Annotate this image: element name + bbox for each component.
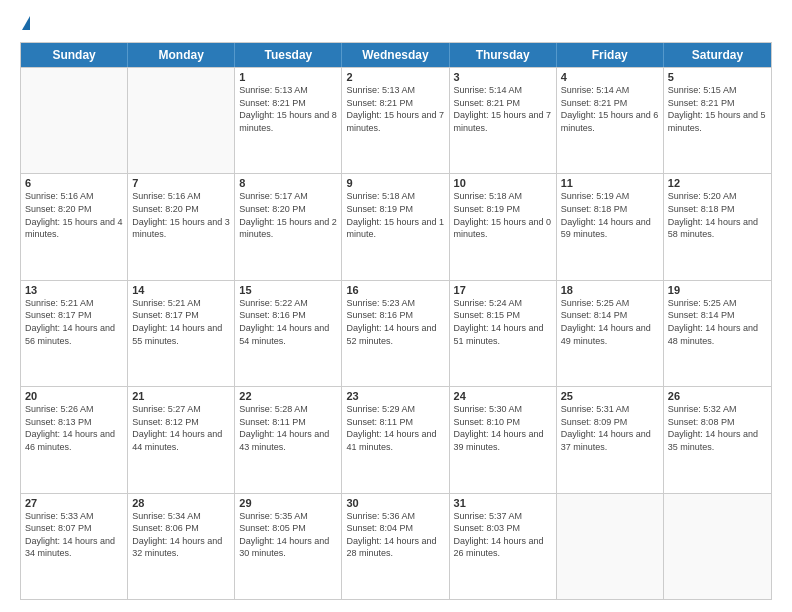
calendar-cell: 27Sunrise: 5:33 AMSunset: 8:07 PMDayligh… [21, 494, 128, 599]
weekday-header: Friday [557, 43, 664, 67]
day-number: 15 [239, 284, 337, 296]
calendar-cell: 14Sunrise: 5:21 AMSunset: 8:17 PMDayligh… [128, 281, 235, 386]
calendar-cell: 17Sunrise: 5:24 AMSunset: 8:15 PMDayligh… [450, 281, 557, 386]
calendar-cell: 6Sunrise: 5:16 AMSunset: 8:20 PMDaylight… [21, 174, 128, 279]
day-number: 7 [132, 177, 230, 189]
day-info: Sunrise: 5:25 AMSunset: 8:14 PMDaylight:… [561, 297, 659, 347]
calendar-cell: 15Sunrise: 5:22 AMSunset: 8:16 PMDayligh… [235, 281, 342, 386]
day-number: 27 [25, 497, 123, 509]
day-info: Sunrise: 5:25 AMSunset: 8:14 PMDaylight:… [668, 297, 767, 347]
calendar-body: 1Sunrise: 5:13 AMSunset: 8:21 PMDaylight… [21, 67, 771, 599]
page: SundayMondayTuesdayWednesdayThursdayFrid… [0, 0, 792, 612]
calendar-cell: 2Sunrise: 5:13 AMSunset: 8:21 PMDaylight… [342, 68, 449, 173]
day-info: Sunrise: 5:24 AMSunset: 8:15 PMDaylight:… [454, 297, 552, 347]
calendar-cell: 20Sunrise: 5:26 AMSunset: 8:13 PMDayligh… [21, 387, 128, 492]
calendar-cell: 7Sunrise: 5:16 AMSunset: 8:20 PMDaylight… [128, 174, 235, 279]
calendar-cell: 28Sunrise: 5:34 AMSunset: 8:06 PMDayligh… [128, 494, 235, 599]
day-number: 6 [25, 177, 123, 189]
day-info: Sunrise: 5:18 AMSunset: 8:19 PMDaylight:… [454, 190, 552, 240]
day-number: 2 [346, 71, 444, 83]
day-info: Sunrise: 5:18 AMSunset: 8:19 PMDaylight:… [346, 190, 444, 240]
day-info: Sunrise: 5:31 AMSunset: 8:09 PMDaylight:… [561, 403, 659, 453]
calendar-cell: 1Sunrise: 5:13 AMSunset: 8:21 PMDaylight… [235, 68, 342, 173]
weekday-header: Sunday [21, 43, 128, 67]
day-info: Sunrise: 5:36 AMSunset: 8:04 PMDaylight:… [346, 510, 444, 560]
calendar-cell: 19Sunrise: 5:25 AMSunset: 8:14 PMDayligh… [664, 281, 771, 386]
calendar-cell: 26Sunrise: 5:32 AMSunset: 8:08 PMDayligh… [664, 387, 771, 492]
weekday-header: Saturday [664, 43, 771, 67]
day-number: 1 [239, 71, 337, 83]
day-number: 16 [346, 284, 444, 296]
day-info: Sunrise: 5:28 AMSunset: 8:11 PMDaylight:… [239, 403, 337, 453]
calendar-cell: 5Sunrise: 5:15 AMSunset: 8:21 PMDaylight… [664, 68, 771, 173]
day-info: Sunrise: 5:21 AMSunset: 8:17 PMDaylight:… [25, 297, 123, 347]
day-info: Sunrise: 5:13 AMSunset: 8:21 PMDaylight:… [346, 84, 444, 134]
day-number: 19 [668, 284, 767, 296]
day-number: 31 [454, 497, 552, 509]
calendar-cell: 25Sunrise: 5:31 AMSunset: 8:09 PMDayligh… [557, 387, 664, 492]
day-number: 20 [25, 390, 123, 402]
calendar-cell: 31Sunrise: 5:37 AMSunset: 8:03 PMDayligh… [450, 494, 557, 599]
day-number: 13 [25, 284, 123, 296]
weekday-header: Thursday [450, 43, 557, 67]
calendar-cell: 3Sunrise: 5:14 AMSunset: 8:21 PMDaylight… [450, 68, 557, 173]
calendar-cell: 16Sunrise: 5:23 AMSunset: 8:16 PMDayligh… [342, 281, 449, 386]
calendar-cell: 9Sunrise: 5:18 AMSunset: 8:19 PMDaylight… [342, 174, 449, 279]
day-info: Sunrise: 5:16 AMSunset: 8:20 PMDaylight:… [132, 190, 230, 240]
day-info: Sunrise: 5:34 AMSunset: 8:06 PMDaylight:… [132, 510, 230, 560]
day-number: 28 [132, 497, 230, 509]
day-number: 22 [239, 390, 337, 402]
day-info: Sunrise: 5:26 AMSunset: 8:13 PMDaylight:… [25, 403, 123, 453]
day-info: Sunrise: 5:35 AMSunset: 8:05 PMDaylight:… [239, 510, 337, 560]
calendar-week: 1Sunrise: 5:13 AMSunset: 8:21 PMDaylight… [21, 67, 771, 173]
day-number: 12 [668, 177, 767, 189]
day-number: 17 [454, 284, 552, 296]
day-info: Sunrise: 5:16 AMSunset: 8:20 PMDaylight:… [25, 190, 123, 240]
calendar-cell [21, 68, 128, 173]
calendar-cell [557, 494, 664, 599]
calendar-cell: 10Sunrise: 5:18 AMSunset: 8:19 PMDayligh… [450, 174, 557, 279]
day-number: 25 [561, 390, 659, 402]
day-info: Sunrise: 5:23 AMSunset: 8:16 PMDaylight:… [346, 297, 444, 347]
day-info: Sunrise: 5:29 AMSunset: 8:11 PMDaylight:… [346, 403, 444, 453]
calendar-cell: 18Sunrise: 5:25 AMSunset: 8:14 PMDayligh… [557, 281, 664, 386]
day-info: Sunrise: 5:15 AMSunset: 8:21 PMDaylight:… [668, 84, 767, 134]
header [20, 16, 772, 32]
day-number: 5 [668, 71, 767, 83]
day-number: 26 [668, 390, 767, 402]
day-number: 11 [561, 177, 659, 189]
calendar-cell: 24Sunrise: 5:30 AMSunset: 8:10 PMDayligh… [450, 387, 557, 492]
day-info: Sunrise: 5:13 AMSunset: 8:21 PMDaylight:… [239, 84, 337, 134]
day-number: 9 [346, 177, 444, 189]
calendar-cell: 29Sunrise: 5:35 AMSunset: 8:05 PMDayligh… [235, 494, 342, 599]
day-number: 3 [454, 71, 552, 83]
day-number: 8 [239, 177, 337, 189]
calendar-cell: 12Sunrise: 5:20 AMSunset: 8:18 PMDayligh… [664, 174, 771, 279]
calendar-cell: 30Sunrise: 5:36 AMSunset: 8:04 PMDayligh… [342, 494, 449, 599]
day-info: Sunrise: 5:33 AMSunset: 8:07 PMDaylight:… [25, 510, 123, 560]
day-info: Sunrise: 5:22 AMSunset: 8:16 PMDaylight:… [239, 297, 337, 347]
calendar-cell: 11Sunrise: 5:19 AMSunset: 8:18 PMDayligh… [557, 174, 664, 279]
calendar: SundayMondayTuesdayWednesdayThursdayFrid… [20, 42, 772, 600]
day-number: 23 [346, 390, 444, 402]
day-info: Sunrise: 5:30 AMSunset: 8:10 PMDaylight:… [454, 403, 552, 453]
day-number: 30 [346, 497, 444, 509]
calendar-week: 20Sunrise: 5:26 AMSunset: 8:13 PMDayligh… [21, 386, 771, 492]
day-info: Sunrise: 5:17 AMSunset: 8:20 PMDaylight:… [239, 190, 337, 240]
day-number: 18 [561, 284, 659, 296]
day-info: Sunrise: 5:14 AMSunset: 8:21 PMDaylight:… [561, 84, 659, 134]
calendar-week: 13Sunrise: 5:21 AMSunset: 8:17 PMDayligh… [21, 280, 771, 386]
day-info: Sunrise: 5:32 AMSunset: 8:08 PMDaylight:… [668, 403, 767, 453]
calendar-cell: 4Sunrise: 5:14 AMSunset: 8:21 PMDaylight… [557, 68, 664, 173]
calendar-cell [128, 68, 235, 173]
day-info: Sunrise: 5:20 AMSunset: 8:18 PMDaylight:… [668, 190, 767, 240]
weekday-header: Monday [128, 43, 235, 67]
calendar-cell: 21Sunrise: 5:27 AMSunset: 8:12 PMDayligh… [128, 387, 235, 492]
weekday-header: Wednesday [342, 43, 449, 67]
calendar-cell: 22Sunrise: 5:28 AMSunset: 8:11 PMDayligh… [235, 387, 342, 492]
day-info: Sunrise: 5:37 AMSunset: 8:03 PMDaylight:… [454, 510, 552, 560]
logo [20, 16, 30, 32]
day-number: 21 [132, 390, 230, 402]
calendar-cell: 8Sunrise: 5:17 AMSunset: 8:20 PMDaylight… [235, 174, 342, 279]
calendar-week: 6Sunrise: 5:16 AMSunset: 8:20 PMDaylight… [21, 173, 771, 279]
